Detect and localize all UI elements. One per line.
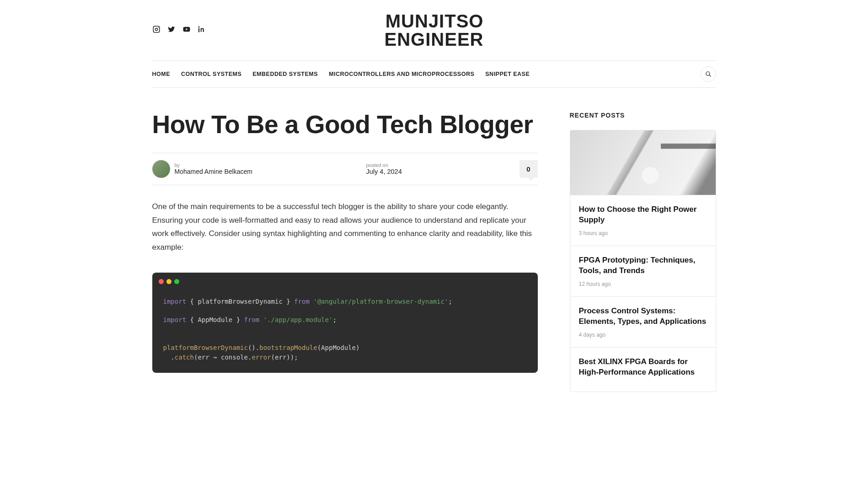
svg-line-1 <box>709 75 711 77</box>
nav-home[interactable]: HOME <box>152 61 171 87</box>
meta-author: by Mohamed Amine Belkacem <box>175 162 252 175</box>
logo-line2: ENGINEER <box>385 31 484 48</box>
post-title: How to Choose the Right Power Supply <box>579 204 707 226</box>
post-title: Best XILINX FPGA Boards for High-Perform… <box>579 357 707 378</box>
site-logo[interactable]: MUNJITSO ENGINEER <box>385 12 484 48</box>
nav-embedded-systems[interactable]: EMBEDDED SYSTEMS <box>252 61 318 87</box>
nav-links: HOME CONTROL SYSTEMS EMBEDDED SYSTEMS MI… <box>152 61 530 87</box>
twitter-icon[interactable] <box>167 25 176 35</box>
nav-control-systems[interactable]: CONTROL SYSTEMS <box>181 61 241 87</box>
dot-close-icon <box>159 279 164 284</box>
post-thumbnail[interactable] <box>570 130 716 195</box>
dot-min-icon <box>166 279 171 284</box>
linkedin-icon[interactable] <box>198 25 206 35</box>
article: How To Be a Good Tech Blogger by Mohamed… <box>152 112 538 392</box>
recent-posts-card: How to Choose the Right Power Supply 3 h… <box>570 130 716 392</box>
nav-microcontrollers[interactable]: MICROCONTROLLERS AND MICROPROCESSORS <box>329 61 474 87</box>
social-icons <box>152 25 206 35</box>
sidebar: RECENT POSTS How to Choose the Right Pow… <box>570 112 716 392</box>
dot-max-icon <box>174 279 179 284</box>
logo-line1: MUNJITSO <box>385 12 484 30</box>
search-button[interactable] <box>701 66 716 82</box>
meta-date: posted on July 4, 2024 <box>366 162 402 175</box>
primary-nav: HOME CONTROL SYSTEMS EMBEDDED SYSTEMS MI… <box>152 60 716 88</box>
post-title: FPGA Prototyping: Techniques, Tools, and… <box>579 255 707 276</box>
recent-posts-heading: RECENT POSTS <box>570 112 716 119</box>
code-block: import { platformBrowserDynamic } from '… <box>152 273 538 373</box>
by-label: by <box>175 162 252 168</box>
youtube-icon[interactable] <box>182 25 191 35</box>
post-ago: 3 hours ago <box>579 230 707 236</box>
post-ago: 12 hours ago <box>579 281 707 287</box>
article-title: How To Be a Good Tech Blogger <box>152 112 538 138</box>
nav-snippet-ease[interactable]: SNIPPET EASE <box>485 61 530 87</box>
header-top: MUNJITSO ENGINEER <box>152 0 716 60</box>
instagram-icon[interactable] <box>152 25 161 35</box>
svg-point-0 <box>706 72 709 75</box>
author-avatar[interactable] <box>152 160 170 178</box>
post-title: Process Control Systems: Elements, Types… <box>579 306 707 327</box>
logo-wrap: MUNJITSO ENGINEER <box>152 12 716 48</box>
article-body: One of the main requirements to be a suc… <box>152 200 538 254</box>
posted-label: posted on <box>366 162 402 168</box>
window-dots <box>152 273 538 289</box>
code-content: import { platformBrowserDynamic } from '… <box>152 289 538 362</box>
search-icon <box>705 71 712 77</box>
recent-post-item[interactable]: How to Choose the Right Power Supply 3 h… <box>570 195 716 246</box>
recent-post-item[interactable]: Best XILINX FPGA Boards for High-Perform… <box>570 347 716 392</box>
comment-count[interactable]: 0 <box>520 160 538 178</box>
article-meta: by Mohamed Amine Belkacem posted on July… <box>152 153 538 185</box>
article-date: July 4, 2024 <box>366 168 402 175</box>
recent-post-item[interactable]: FPGA Prototyping: Techniques, Tools, and… <box>570 246 716 296</box>
post-ago: 4 days ago <box>579 332 707 338</box>
recent-post-item[interactable]: Process Control Systems: Elements, Types… <box>570 296 716 347</box>
author-name[interactable]: Mohamed Amine Belkacem <box>175 168 252 175</box>
content-row: How To Be a Good Tech Blogger by Mohamed… <box>152 88 716 392</box>
